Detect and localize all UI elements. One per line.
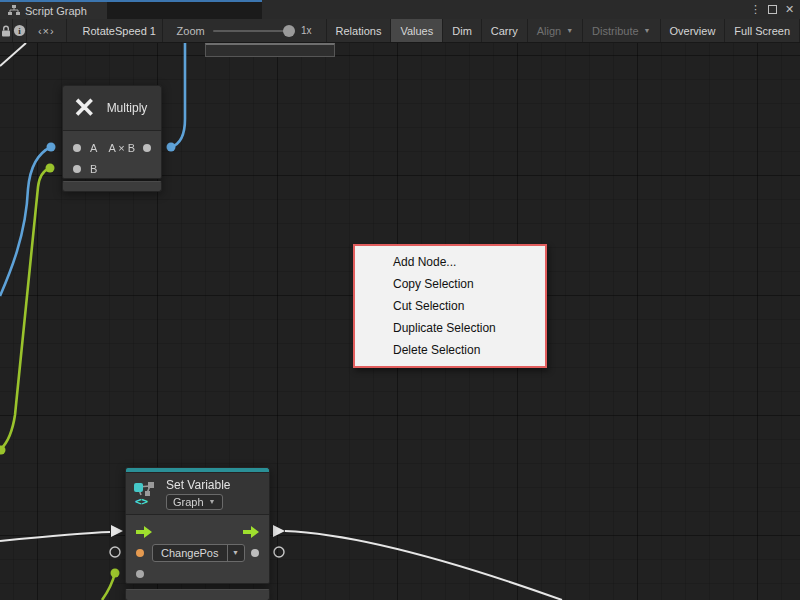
menu-item-cut-selection[interactable]: Cut Selection <box>355 295 545 317</box>
unconnected-port-ring-right[interactable] <box>274 547 284 557</box>
window-controls: ⋮ ✕ <box>749 0 796 19</box>
svg-text:<>: <> <box>135 495 149 506</box>
set-variable-title: Set Variable <box>166 478 230 492</box>
multiply-node[interactable]: ✕ Multiply A A × B B <box>62 85 162 192</box>
chevron-down-icon: ▼ <box>644 27 651 34</box>
lock-icon <box>0 25 12 37</box>
port-result-label: A × B <box>108 142 135 154</box>
wire-end-dot <box>167 143 176 152</box>
set-variable-header[interactable]: <> Set Variable Graph ▼ <box>125 472 270 514</box>
align-dropdown[interactable]: Align ▼ <box>528 19 583 42</box>
menu-item-add-node[interactable]: Add Node... <box>355 251 545 273</box>
port-row-a: A A × B <box>63 137 161 158</box>
wire-blue-output[interactable] <box>171 43 185 147</box>
port-a-label: A <box>90 142 97 154</box>
tab-script-graph[interactable]: Script Graph <box>0 2 107 19</box>
code-toggle-button[interactable]: ‹×› <box>27 19 67 42</box>
graph-hierarchy-icon <box>8 5 20 16</box>
toolbar: i ‹×› RotateSpeed 1 Zoom 1x Relations Va… <box>0 19 800 43</box>
variable-row: ChangePos ▼ <box>126 542 269 563</box>
distribute-dropdown[interactable]: Distribute ▼ <box>583 19 660 42</box>
set-variable-footer <box>125 589 270 600</box>
variable-dropdown[interactable]: ChangePos ▼ <box>152 544 245 562</box>
lock-button[interactable] <box>0 19 13 42</box>
chevron-down-icon: ▼ <box>227 545 244 561</box>
wire-white-flow-out[interactable] <box>285 531 562 600</box>
multiply-icon: ✕ <box>73 95 96 122</box>
chevron-down-icon: ▼ <box>566 27 573 34</box>
variable-input-port[interactable] <box>136 549 144 557</box>
value-row <box>126 563 269 584</box>
close-icon[interactable]: ✕ <box>783 3 796 16</box>
zoom-slider-handle[interactable] <box>283 25 295 37</box>
output-port-result[interactable] <box>143 144 151 152</box>
multiply-node-body: A A × B B <box>62 130 162 179</box>
multiply-node-footer <box>62 181 162 192</box>
dim-button[interactable]: Dim <box>443 19 482 42</box>
tab-label: Script Graph <box>25 5 87 17</box>
multiply-node-header[interactable]: ✕ Multiply <box>62 85 162 130</box>
input-port-a[interactable] <box>73 144 81 152</box>
variable-output-port[interactable] <box>251 549 259 557</box>
breadcrumb-label: RotateSpeed 1 <box>83 25 156 37</box>
info-icon: i <box>13 24 26 37</box>
port-row-b: B <box>63 158 161 179</box>
clipped-node-top[interactable] <box>205 43 335 57</box>
wire-white-topleft[interactable] <box>0 43 26 66</box>
set-variable-icon: <> <box>134 482 158 506</box>
zoom-slider[interactable] <box>213 30 293 32</box>
relations-button[interactable]: Relations <box>327 19 392 42</box>
info-button[interactable]: i <box>13 19 27 42</box>
maximize-icon[interactable] <box>768 5 777 14</box>
values-button[interactable]: Values <box>391 19 443 42</box>
flow-row <box>126 521 269 542</box>
input-port-b[interactable] <box>73 165 81 173</box>
script-graph-window: Script Graph ⋮ ✕ i ‹×› <box>0 0 800 600</box>
wire-end-dot <box>111 569 120 578</box>
overview-button[interactable]: Overview <box>661 19 726 42</box>
flow-arrow-in <box>111 525 123 537</box>
wire-blue-input-a[interactable] <box>0 147 51 296</box>
wire-end-dot <box>47 143 56 152</box>
window-menu-icon[interactable]: ⋮ <box>749 3 762 16</box>
set-variable-node[interactable]: <> Set Variable Graph ▼ <box>125 467 270 600</box>
context-menu: Add Node... Copy Selection Cut Selection… <box>353 244 547 368</box>
chevron-down-icon: ▼ <box>209 498 216 505</box>
titlebar: Script Graph ⋮ ✕ <box>0 0 800 19</box>
wire-white-flow-in[interactable] <box>0 532 110 541</box>
fullscreen-button[interactable]: Full Screen <box>725 19 800 42</box>
tab-well: Script Graph <box>0 0 262 19</box>
flow-out-arrow-icon[interactable] <box>243 526 259 538</box>
menu-item-duplicate-selection[interactable]: Duplicate Selection <box>355 317 545 339</box>
graph-breadcrumb[interactable]: RotateSpeed 1 <box>67 19 163 42</box>
wire-end-dot <box>46 164 55 173</box>
zoom-label: Zoom <box>177 25 205 37</box>
zoom-value: 1x <box>301 25 312 36</box>
set-variable-body: ChangePos ▼ <box>125 514 270 584</box>
unconnected-port-ring-left[interactable] <box>110 547 120 557</box>
flow-in-arrow-icon[interactable] <box>136 526 152 538</box>
value-input-port[interactable] <box>136 570 144 578</box>
menu-item-delete-selection[interactable]: Delete Selection <box>355 339 545 361</box>
flow-arrow-out <box>273 525 285 537</box>
zoom-control: Zoom 1x <box>163 19 327 42</box>
graph-canvas[interactable]: ✕ Multiply A A × B B <box>0 43 800 600</box>
carry-button[interactable]: Carry <box>482 19 528 42</box>
menu-item-copy-selection[interactable]: Copy Selection <box>355 273 545 295</box>
port-b-label: B <box>90 163 97 175</box>
scope-dropdown[interactable]: Graph ▼ <box>166 494 223 510</box>
multiply-node-title: Multiply <box>107 101 148 115</box>
wire-end-dot <box>0 446 6 455</box>
